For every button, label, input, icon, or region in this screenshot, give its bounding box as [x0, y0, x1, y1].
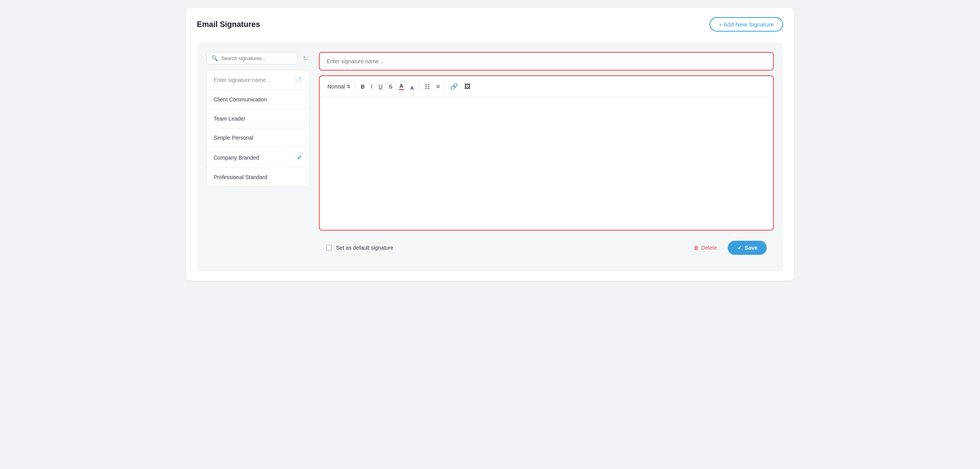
format-select[interactable]: Normal ⇅	[325, 82, 353, 91]
list-item[interactable]: Professional Standard	[207, 168, 309, 187]
underline-icon: U	[379, 83, 382, 90]
sig-item-label: Enter signature name...	[214, 77, 271, 83]
search-input-wrapper: 🔍	[206, 52, 297, 64]
sig-item-label: Client Communication	[214, 96, 267, 103]
save-button[interactable]: ✓ Save	[728, 241, 767, 255]
link-icon: 🔗	[450, 83, 458, 90]
editor-toolbar: Normal ⇅ B I U	[320, 76, 773, 97]
link-button[interactable]: 🔗	[448, 81, 461, 92]
footer-actions: 🗑 Delete ✓ Save	[689, 241, 767, 255]
add-new-label: + Add New Signature	[719, 21, 774, 28]
checkmark-icon: ✓	[737, 245, 742, 251]
toolbar-divider-2	[419, 83, 419, 91]
sig-item-label: Company Branded	[214, 155, 259, 161]
bold-button[interactable]: B	[358, 82, 367, 92]
toolbar-divider-3	[445, 83, 445, 91]
default-badge-icon: ✔	[297, 154, 302, 161]
list-item[interactable]: Client Communication	[207, 90, 309, 109]
default-checkbox-row: Set as default signature	[326, 245, 393, 251]
highlight-icon: A	[410, 82, 414, 91]
text-color-button[interactable]: A	[396, 81, 407, 92]
editor-wrapper: Normal ⇅ B I U	[319, 75, 774, 231]
sig-item-label: Professional Standard	[214, 174, 267, 180]
list-item[interactable]: Team Leader	[207, 109, 309, 128]
unordered-list-button[interactable]: ≡	[433, 81, 442, 92]
add-new-button[interactable]: + Add New Signature	[709, 17, 783, 32]
text-color-icon: A	[399, 83, 404, 90]
italic-button[interactable]: I	[368, 82, 375, 92]
search-row: 🔍 ↻	[206, 52, 310, 64]
sig-item-label: Team Leader	[214, 115, 246, 122]
main-content: 🔍 ↻ Enter signature name... 📄 Client Com…	[197, 43, 783, 271]
chevron-updown-icon: ⇅	[347, 84, 350, 89]
refresh-button[interactable]: ↻	[301, 53, 310, 64]
page-header: Email Signatures + Add New Signature	[197, 17, 783, 32]
list-item[interactable]: Simple Personal	[207, 128, 309, 147]
format-label: Normal	[327, 83, 345, 90]
right-panel: Normal ⇅ B I U	[319, 52, 774, 262]
italic-icon: I	[371, 83, 372, 90]
bold-icon: B	[361, 83, 364, 90]
sig-item-label: Simple Personal	[214, 135, 253, 141]
trash-icon: 🗑	[693, 245, 699, 251]
signature-list: Enter signature name... 📄 Client Communi…	[206, 70, 310, 187]
list-item[interactable]: Enter signature name... 📄	[207, 70, 309, 90]
delete-button[interactable]: 🗑 Delete	[689, 242, 722, 254]
default-signature-checkbox[interactable]	[326, 245, 332, 251]
unordered-list-icon: ≡	[436, 83, 440, 90]
search-input[interactable]	[221, 55, 292, 61]
save-label: Save	[745, 245, 757, 251]
list-item[interactable]: Company Branded ✔	[207, 147, 309, 168]
toolbar-divider	[355, 83, 356, 91]
highlight-button[interactable]: A	[408, 80, 417, 93]
page-title: Email Signatures	[197, 20, 260, 29]
editor-footer: Set as default signature 🗑 Delete ✓ Save	[319, 235, 774, 262]
ordered-list-button[interactable]: ☷	[422, 81, 433, 92]
default-signature-label[interactable]: Set as default signature	[336, 245, 393, 251]
document-icon: 📄	[295, 76, 302, 83]
image-button[interactable]: 🖼	[462, 81, 473, 92]
delete-label: Delete	[701, 245, 717, 251]
editor-body[interactable]	[320, 97, 773, 230]
strikethrough-button[interactable]: S	[386, 82, 395, 92]
image-icon: 🖼	[464, 83, 471, 90]
underline-button[interactable]: U	[376, 82, 385, 92]
strikethrough-icon: S	[389, 83, 392, 90]
left-panel: 🔍 ↻ Enter signature name... 📄 Client Com…	[206, 52, 310, 262]
signature-name-input[interactable]	[319, 52, 774, 71]
ordered-list-icon: ☷	[425, 83, 430, 90]
search-icon: 🔍	[211, 55, 218, 61]
